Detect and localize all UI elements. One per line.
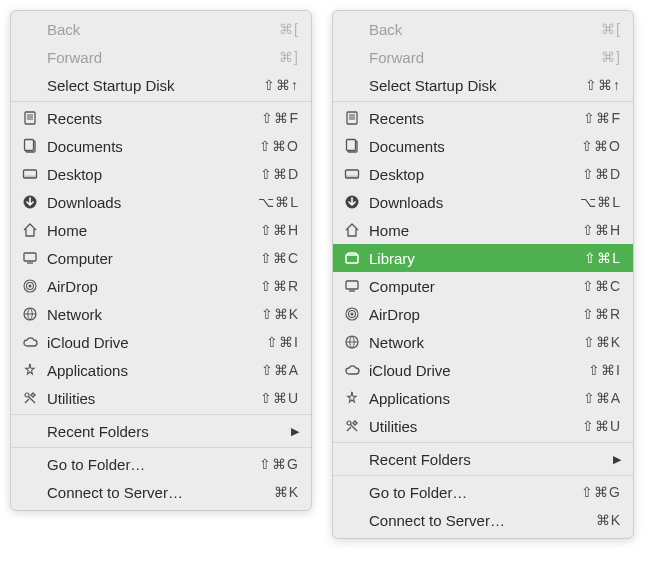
menu-item-label: Back <box>369 21 593 38</box>
menu-item-label: Network <box>47 306 253 323</box>
menu-item-shortcut: ⇧⌘D <box>260 166 299 182</box>
menu-item-shortcut: ⇧⌘F <box>583 110 621 126</box>
menu-item-recents[interactable]: Recents⇧⌘F <box>11 104 311 132</box>
menu-item-back: Back⌘[ <box>11 15 311 43</box>
menu-item-label: Connect to Server… <box>47 484 266 501</box>
menu-item-documents[interactable]: Documents⇧⌘O <box>333 132 633 160</box>
menu-item-recent-folders[interactable]: Recent Folders▶ <box>333 445 633 473</box>
menu-item-downloads[interactable]: Downloads⌥⌘L <box>11 188 311 216</box>
menu-divider <box>11 101 311 102</box>
menu-item-shortcut: ⇧⌘L <box>584 250 621 266</box>
applications-icon <box>21 361 39 379</box>
menu-item-airdrop[interactable]: AirDrop⇧⌘R <box>333 300 633 328</box>
menu-item-startup[interactable]: Select Startup Disk⇧⌘↑ <box>333 71 633 99</box>
submenu-arrow-icon: ▶ <box>291 425 299 438</box>
menu-item-shortcut: ⌘K <box>596 512 621 528</box>
menu-item-network[interactable]: Network⇧⌘K <box>11 300 311 328</box>
documents-icon <box>21 137 39 155</box>
menu-item-label: Library <box>369 250 576 267</box>
go-menu-left: Back⌘[Forward⌘]Select Startup Disk⇧⌘↑Rec… <box>10 10 312 511</box>
menu-item-shortcut: ⇧⌘O <box>259 138 299 154</box>
airdrop-icon <box>343 305 361 323</box>
menu-item-downloads[interactable]: Downloads⌥⌘L <box>333 188 633 216</box>
menu-item-forward: Forward⌘] <box>11 43 311 71</box>
menu-item-shortcut: ⌘] <box>601 49 621 65</box>
menu-item-startup[interactable]: Select Startup Disk⇧⌘↑ <box>11 71 311 99</box>
computer-icon <box>343 277 361 295</box>
menu-item-apps[interactable]: Applications⇧⌘A <box>11 356 311 384</box>
menu-item-shortcut: ⇧⌘H <box>582 222 621 238</box>
menu-item-airdrop[interactable]: AirDrop⇧⌘R <box>11 272 311 300</box>
desktop-icon <box>21 165 39 183</box>
menu-item-label: Utilities <box>369 418 574 435</box>
menu-divider <box>333 475 633 476</box>
downloads-icon <box>21 193 39 211</box>
icloud-icon <box>21 333 39 351</box>
menu-item-desktop[interactable]: Desktop⇧⌘D <box>333 160 633 188</box>
menu-item-label: Home <box>369 222 574 239</box>
menu-item-label: Go to Folder… <box>369 484 573 501</box>
menu-item-documents[interactable]: Documents⇧⌘O <box>11 132 311 160</box>
menu-item-goto[interactable]: Go to Folder…⇧⌘G <box>11 450 311 478</box>
menu-item-icloud[interactable]: iCloud Drive⇧⌘I <box>333 356 633 384</box>
menu-item-label: Downloads <box>47 194 250 211</box>
menu-item-label: Recent Folders <box>47 423 283 440</box>
menu-item-computer[interactable]: Computer⇧⌘C <box>333 272 633 300</box>
menu-item-label: Computer <box>47 250 252 267</box>
menu-divider <box>11 447 311 448</box>
computer-icon <box>21 249 39 267</box>
desktop-icon <box>343 165 361 183</box>
menu-item-label: Documents <box>369 138 573 155</box>
menu-divider <box>11 414 311 415</box>
menu-item-recents[interactable]: Recents⇧⌘F <box>333 104 633 132</box>
utilities-icon <box>343 417 361 435</box>
menu-item-label: iCloud Drive <box>47 334 258 351</box>
library-icon <box>343 249 361 267</box>
menu-item-desktop[interactable]: Desktop⇧⌘D <box>11 160 311 188</box>
menu-item-shortcut: ⇧⌘C <box>260 250 299 266</box>
menu-item-shortcut: ⇧⌘I <box>266 334 299 350</box>
menu-item-shortcut: ⌥⌘L <box>580 194 621 210</box>
menu-item-shortcut: ⇧⌘G <box>259 456 299 472</box>
icloud-icon <box>343 361 361 379</box>
network-icon <box>21 305 39 323</box>
menu-item-shortcut: ⇧⌘↑ <box>263 77 299 93</box>
menu-item-label: Applications <box>47 362 253 379</box>
menu-item-shortcut: ⌥⌘L <box>258 194 299 210</box>
menu-item-shortcut: ⇧⌘U <box>582 418 621 434</box>
menu-divider <box>333 442 633 443</box>
menu-item-computer[interactable]: Computer⇧⌘C <box>11 244 311 272</box>
menu-item-label: Back <box>47 21 271 38</box>
home-icon <box>21 221 39 239</box>
home-icon <box>343 221 361 239</box>
menu-item-label: Downloads <box>369 194 572 211</box>
menu-item-shortcut: ⇧⌘K <box>261 306 299 322</box>
menu-item-recent-folders[interactable]: Recent Folders▶ <box>11 417 311 445</box>
menu-item-label: Documents <box>47 138 251 155</box>
go-menu-right: Back⌘[Forward⌘]Select Startup Disk⇧⌘↑Rec… <box>332 10 634 539</box>
menu-divider <box>333 101 633 102</box>
menu-item-label: AirDrop <box>47 278 252 295</box>
menu-item-utilities[interactable]: Utilities⇧⌘U <box>11 384 311 412</box>
menu-item-home[interactable]: Home⇧⌘H <box>11 216 311 244</box>
menu-item-label: Recents <box>47 110 253 127</box>
menu-item-shortcut: ⇧⌘F <box>261 110 299 126</box>
menu-item-goto[interactable]: Go to Folder…⇧⌘G <box>333 478 633 506</box>
menu-item-icloud[interactable]: iCloud Drive⇧⌘I <box>11 328 311 356</box>
airdrop-icon <box>21 277 39 295</box>
network-icon <box>343 333 361 351</box>
menu-item-shortcut: ⇧⌘H <box>260 222 299 238</box>
recents-icon <box>21 109 39 127</box>
menu-item-apps[interactable]: Applications⇧⌘A <box>333 384 633 412</box>
downloads-icon <box>343 193 361 211</box>
menu-item-shortcut: ⌘] <box>279 49 299 65</box>
menu-item-label: Forward <box>369 49 593 66</box>
menu-item-home[interactable]: Home⇧⌘H <box>333 216 633 244</box>
menu-item-connect[interactable]: Connect to Server…⌘K <box>333 506 633 534</box>
menu-item-utilities[interactable]: Utilities⇧⌘U <box>333 412 633 440</box>
menu-item-library[interactable]: Library⇧⌘L <box>333 244 633 272</box>
menu-item-network[interactable]: Network⇧⌘K <box>333 328 633 356</box>
documents-icon <box>343 137 361 155</box>
menu-item-shortcut: ⇧⌘A <box>583 390 621 406</box>
menu-item-connect[interactable]: Connect to Server…⌘K <box>11 478 311 506</box>
